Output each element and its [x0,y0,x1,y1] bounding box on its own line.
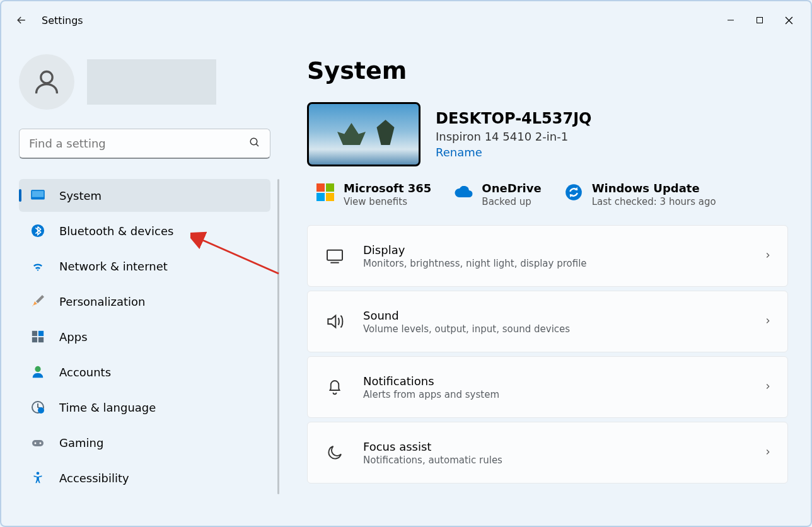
moon-icon [323,441,347,465]
sidebar-item-label: Accessibility [59,472,129,485]
sidebar-item-label: Time & language [59,401,156,414]
accessibility-icon [29,469,47,487]
window-controls [716,10,803,30]
card-display[interactable]: Display Monitors, brightness, night ligh… [307,225,788,287]
sidebar-item-label: Network & internet [59,260,168,273]
titlebar: Settings [1,1,811,39]
search-icon [249,137,260,151]
status-onedrive[interactable]: OneDrive Backed up [454,182,541,207]
status-title: Windows Update [592,182,716,195]
brush-icon [29,292,47,310]
status-row: Microsoft 365 View benefits OneDrive Bac… [316,182,788,207]
status-subtitle: Backed up [482,196,541,207]
settings-cards: Display Monitors, brightness, night ligh… [307,225,788,484]
svg-point-2 [41,72,52,83]
page-title: System [307,57,788,84]
sidebar-item-label: Gaming [59,436,103,449]
sidebar-item-label: Apps [59,330,88,344]
profile-section[interactable] [19,54,270,110]
card-notifications[interactable]: Notifications Alerts from apps and syste… [307,356,788,418]
device-name: DESKTOP-4L537JQ [436,110,592,127]
rename-link[interactable]: Rename [436,146,592,159]
svg-rect-8 [32,331,37,336]
sidebar-item-accounts[interactable]: Accounts [19,356,270,388]
maximize-button[interactable] [745,10,774,30]
card-subtitle: Notifications, automatic rules [363,455,502,466]
card-title: Focus assist [363,440,502,453]
app-title: Settings [42,14,83,26]
svg-point-3 [250,138,257,145]
sidebar-item-label: Accounts [59,366,111,379]
card-title: Display [363,243,587,257]
card-sound[interactable]: Sound Volume levels, output, input, soun… [307,291,788,352]
card-focus-assist[interactable]: Focus assist Notifications, automatic ru… [307,422,788,484]
status-title: Microsoft 365 [344,182,431,195]
search-input[interactable] [19,129,270,159]
chevron-right-icon [763,447,772,459]
wallpaper-thumbnail[interactable] [307,102,420,166]
card-subtitle: Volume levels, output, input, sound devi… [363,323,570,335]
back-icon [15,14,28,26]
close-button[interactable] [774,10,803,30]
sidebar-item-network[interactable]: Network & internet [19,250,270,282]
svg-rect-15 [32,440,44,446]
apps-icon [29,328,47,345]
account-icon [29,363,47,381]
svg-rect-9 [38,331,44,336]
svg-point-19 [566,184,582,200]
device-model: Inspiron 14 5410 2-in-1 [436,130,592,143]
svg-rect-1 [757,18,763,23]
sidebar-item-apps[interactable]: Apps [19,320,270,353]
back-button[interactable] [9,8,34,33]
sound-icon [323,310,347,333]
monitor-icon [29,187,47,204]
device-header: DESKTOP-4L537JQ Inspiron 14 5410 2-in-1 … [307,102,788,166]
person-icon [33,68,61,96]
nav-list: System Bluetooth & devices Network & int… [19,179,270,494]
chevron-right-icon [763,250,772,262]
svg-point-18 [37,472,40,475]
status-subtitle: Last checked: 3 hours ago [592,196,716,207]
minimize-icon [727,16,734,24]
clock-globe-icon [29,398,47,416]
cloud-icon [454,183,473,202]
bell-icon [323,375,347,399]
sidebar-scrollbar[interactable] [277,179,279,494]
gamepad-icon [29,434,47,451]
microsoft-logo-icon [316,183,335,202]
chevron-right-icon [763,316,772,328]
card-subtitle: Alerts from apps and system [363,389,499,400]
chevron-right-icon [763,381,772,393]
main-content: System DESKTOP-4L537JQ Inspiron 14 5410 … [288,39,811,526]
sidebar-item-label: Bluetooth & devices [59,224,173,238]
svg-point-16 [35,443,37,444]
device-info: DESKTOP-4L537JQ Inspiron 14 5410 2-in-1 … [436,110,592,159]
svg-rect-11 [38,337,44,342]
sidebar-item-accessibility[interactable]: Accessibility [19,461,270,494]
sidebar-item-gaming[interactable]: Gaming [19,426,270,459]
status-microsoft365[interactable]: Microsoft 365 View benefits [316,182,431,207]
status-windows-update[interactable]: Windows Update Last checked: 3 hours ago [564,182,716,207]
svg-line-4 [256,144,258,146]
maximize-icon [756,16,763,24]
sidebar-item-system[interactable]: System [19,179,270,212]
card-subtitle: Monitors, brightness, night light, displ… [363,258,587,269]
bluetooth-icon [29,222,47,240]
sidebar-item-bluetooth[interactable]: Bluetooth & devices [19,214,270,247]
svg-point-12 [35,366,40,372]
svg-rect-10 [32,337,37,342]
status-subtitle: View benefits [344,196,431,207]
sidebar-item-personalization[interactable]: Personalization [19,285,270,318]
sidebar-item-time-language[interactable]: Time & language [19,391,270,424]
svg-point-17 [40,443,42,444]
avatar [19,54,74,110]
svg-point-14 [38,407,44,414]
status-title: OneDrive [482,182,541,195]
username-placeholder [87,59,216,105]
search-box[interactable] [19,129,270,159]
wifi-icon [29,257,47,275]
svg-rect-20 [327,250,342,260]
sync-icon [564,183,583,202]
display-icon [323,244,347,268]
minimize-button[interactable] [716,10,745,30]
